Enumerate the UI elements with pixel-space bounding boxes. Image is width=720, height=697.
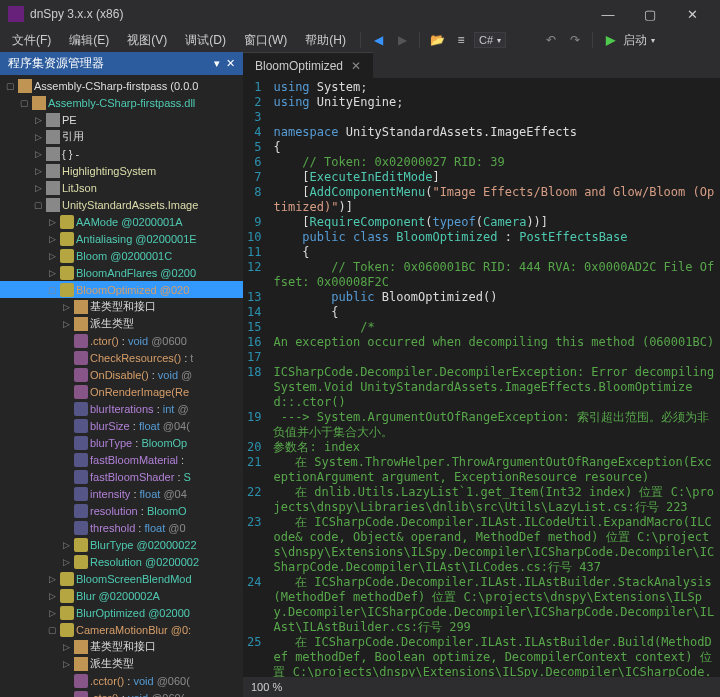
- tree-label: resolution : BloomO: [90, 505, 187, 517]
- tree-row[interactable]: BloomScreenBlendMod: [0, 570, 243, 587]
- tree-row[interactable]: Assembly-CSharp-firstpass.dll: [0, 94, 243, 111]
- assembly-tree[interactable]: Assembly-CSharp-firstpass (0.0.0Assembly…: [0, 75, 243, 697]
- tree-row[interactable]: CheckResources() : t: [0, 349, 243, 366]
- code-line: /*: [273, 320, 716, 335]
- tree-row[interactable]: blurType : BloomOp: [0, 434, 243, 451]
- code-line: // Token: 0x02000027 RID: 39: [273, 155, 716, 170]
- menu-item[interactable]: 视图(V): [119, 30, 175, 51]
- tree-row[interactable]: Antialiasing @0200001E: [0, 230, 243, 247]
- tree-label: 引用: [62, 129, 84, 144]
- tree-row[interactable]: Resolution @0200002: [0, 553, 243, 570]
- redo-button[interactable]: ↷: [564, 29, 586, 51]
- menu-item[interactable]: 编辑(E): [61, 30, 117, 51]
- tree-row[interactable]: .cctor() : void @060(: [0, 672, 243, 689]
- tree-row[interactable]: intensity : float @04: [0, 485, 243, 502]
- menu-item[interactable]: 窗口(W): [236, 30, 295, 51]
- language-combo[interactable]: C#▾: [474, 32, 506, 48]
- nav-back-button[interactable]: ◀: [367, 29, 389, 51]
- nav-forward-button[interactable]: ▶: [391, 29, 413, 51]
- zoom-level[interactable]: 100 %: [251, 681, 282, 693]
- undo-button[interactable]: ↶: [540, 29, 562, 51]
- assembly-explorer-panel: 程序集资源管理器 ▾ ✕ Assembly-CSharp-firstpass (…: [0, 52, 243, 697]
- maximize-button[interactable]: ▢: [630, 0, 670, 28]
- menu-item[interactable]: 帮助(H): [297, 30, 354, 51]
- app-icon: [8, 6, 24, 22]
- menu-item[interactable]: 文件(F): [4, 30, 59, 51]
- tree-row[interactable]: OnDisable() : void @: [0, 366, 243, 383]
- tree-icon: [74, 691, 88, 698]
- tree-label: threshold : float @0: [90, 522, 186, 534]
- tree-row[interactable]: blurSize : float @04(: [0, 417, 243, 434]
- start-label[interactable]: 启动: [623, 32, 647, 49]
- tree-row[interactable]: Blur @0200002A: [0, 587, 243, 604]
- tree-row[interactable]: blurIterations : int @: [0, 400, 243, 417]
- tree-label: OnRenderImage(Re: [90, 386, 189, 398]
- tree-label: BloomAndFlares @0200: [76, 267, 196, 279]
- panel-close-icon[interactable]: ✕: [226, 57, 235, 70]
- tree-row[interactable]: .ctor() : void @060(: [0, 689, 243, 697]
- tree-row[interactable]: 派生类型: [0, 315, 243, 332]
- close-button[interactable]: ✕: [672, 0, 712, 28]
- code-line: An exception occurred when decompiling t…: [273, 335, 716, 350]
- tab-bloomoptimized[interactable]: BloomOptimized ✕: [243, 52, 373, 78]
- tree-label: HighlightingSystem: [62, 165, 156, 177]
- code-line: {: [273, 305, 716, 320]
- tree-label: PE: [62, 114, 77, 126]
- code-line: // Token: 0x060001BC RID: 444 RVA: 0x000…: [273, 260, 716, 290]
- tree-row[interactable]: 基类型和接口: [0, 638, 243, 655]
- tree-icon: [74, 555, 88, 569]
- tree-label: CameraMotionBlur @0:: [76, 624, 191, 636]
- panel-pin-icon[interactable]: ▾: [214, 57, 220, 70]
- tree-row[interactable]: AAMode @0200001A: [0, 213, 243, 230]
- open-button[interactable]: 📂: [426, 29, 448, 51]
- tree-label: Assembly-CSharp-firstpass (0.0.0: [34, 80, 198, 92]
- tree-row[interactable]: PE: [0, 111, 243, 128]
- tree-label: blurType : BloomOp: [90, 437, 187, 449]
- minimize-button[interactable]: —: [588, 0, 628, 28]
- tree-icon: [74, 657, 88, 671]
- tree-row[interactable]: resolution : BloomO: [0, 502, 243, 519]
- tab-close-icon[interactable]: ✕: [351, 59, 361, 73]
- tree-label: BlurOptimized @02000: [76, 607, 190, 619]
- code-line: {: [273, 140, 716, 155]
- tree-row[interactable]: BloomAndFlares @0200: [0, 264, 243, 281]
- tree-row[interactable]: LitJson: [0, 179, 243, 196]
- tree-label: blurSize : float @04(: [90, 420, 190, 432]
- list-button[interactable]: ≡: [450, 29, 472, 51]
- tree-row[interactable]: fastBloomShader : S: [0, 468, 243, 485]
- panel-title: 程序集资源管理器: [8, 55, 104, 72]
- tree-row[interactable]: BlurOptimized @02000: [0, 604, 243, 621]
- code-line: 参数名: index: [273, 440, 716, 455]
- statusbar: 100 %: [243, 677, 720, 697]
- tree-row[interactable]: BloomOptimized @020: [0, 281, 243, 298]
- menu-item[interactable]: 调试(D): [177, 30, 234, 51]
- tree-row[interactable]: .ctor() : void @0600: [0, 332, 243, 349]
- tree-icon: [74, 436, 88, 450]
- tree-row[interactable]: HighlightingSystem: [0, 162, 243, 179]
- code-line: ---> System.ArgumentOutOfRangeException:…: [273, 410, 716, 440]
- tree-icon: [74, 538, 88, 552]
- start-button[interactable]: ▶: [599, 29, 621, 51]
- tree-row[interactable]: BlurType @02000022: [0, 536, 243, 553]
- code-editor[interactable]: 1234567891011121314151617181920212223242…: [243, 78, 720, 677]
- tree-row[interactable]: Assembly-CSharp-firstpass (0.0.0: [0, 77, 243, 94]
- code-line: 在 ICSharpCode.Decompiler.ILAst.ILCodeUti…: [273, 515, 716, 575]
- tree-label: fastBloomShader : S: [90, 471, 191, 483]
- tab-label: BloomOptimized: [255, 59, 343, 73]
- editor-tabs: BloomOptimized ✕: [243, 52, 720, 78]
- tree-row[interactable]: 引用: [0, 128, 243, 145]
- tree-row[interactable]: UnityStandardAssets.Image: [0, 196, 243, 213]
- tree-row[interactable]: Bloom @0200001C: [0, 247, 243, 264]
- tree-row[interactable]: { } -: [0, 145, 243, 162]
- tree-row[interactable]: CameraMotionBlur @0:: [0, 621, 243, 638]
- code-content[interactable]: using System;using UnityEngine; namespac…: [269, 78, 720, 677]
- tree-icon: [74, 470, 88, 484]
- tree-row[interactable]: fastBloomMaterial :: [0, 451, 243, 468]
- tree-row[interactable]: 派生类型: [0, 655, 243, 672]
- tree-icon: [74, 334, 88, 348]
- code-line: using UnityEngine;: [273, 95, 716, 110]
- tree-row[interactable]: threshold : float @0: [0, 519, 243, 536]
- tree-icon: [74, 487, 88, 501]
- tree-row[interactable]: 基类型和接口: [0, 298, 243, 315]
- tree-row[interactable]: OnRenderImage(Re: [0, 383, 243, 400]
